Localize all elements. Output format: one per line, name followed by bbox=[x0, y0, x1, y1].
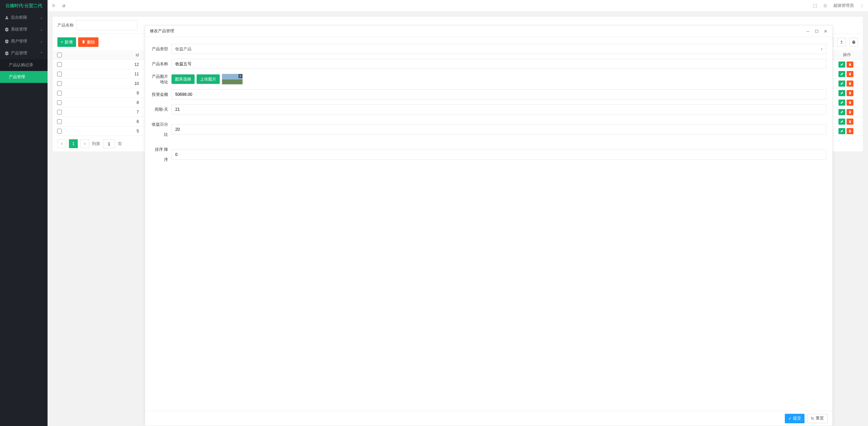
sidebar-label: 用户管理 bbox=[11, 38, 27, 44]
export-icon[interactable] bbox=[837, 38, 846, 47]
user-label[interactable]: 超级管理员 bbox=[833, 3, 854, 8]
row-checkbox[interactable] bbox=[57, 100, 62, 105]
row-delete-button[interactable] bbox=[847, 90, 853, 96]
sidebar-label: 产品管理 bbox=[9, 74, 25, 80]
pager-goto-label: 到第 bbox=[92, 141, 100, 147]
field-name-input[interactable] bbox=[171, 59, 826, 69]
reset-button[interactable]: ↻重置 bbox=[807, 414, 828, 423]
select-all-checkbox[interactable] bbox=[57, 53, 62, 57]
edit-button[interactable] bbox=[838, 109, 845, 115]
row-delete-button[interactable] bbox=[847, 81, 853, 87]
header-bar: 超级管理员 bbox=[48, 0, 868, 12]
pager-prev[interactable]: ‹ bbox=[57, 139, 66, 148]
svg-point-2 bbox=[862, 5, 862, 6]
delete-button[interactable]: 删除 bbox=[78, 37, 98, 47]
sidebar-item-users[interactable]: 用户管理 ⌄ bbox=[0, 35, 48, 47]
pager-next[interactable]: › bbox=[80, 139, 89, 148]
col-ops-header: 操作 bbox=[831, 52, 863, 58]
cell-id: 8 bbox=[66, 100, 143, 105]
cell-id: 11 bbox=[66, 72, 143, 76]
row-checkbox[interactable] bbox=[57, 62, 62, 67]
sidebar-item-products[interactable]: 产品管理 ⌃ bbox=[0, 47, 48, 59]
chevron-down-icon: ⌄ bbox=[40, 16, 43, 19]
cell-id: 5 bbox=[66, 129, 143, 134]
chevron-down-icon: ⌄ bbox=[40, 39, 43, 43]
add-button[interactable]: +新增 bbox=[57, 37, 76, 47]
sidebar-item-system[interactable]: 系统管理 ⌄ bbox=[0, 23, 48, 35]
edit-button[interactable] bbox=[838, 119, 845, 125]
theme-icon[interactable] bbox=[823, 4, 827, 8]
close-icon[interactable] bbox=[824, 29, 828, 33]
field-cycle-label: 周期-天 bbox=[151, 104, 171, 114]
cell-id: 6 bbox=[66, 119, 143, 124]
row-checkbox[interactable] bbox=[57, 91, 62, 95]
sidebar-item-subscribe[interactable]: 产品认购记录 bbox=[0, 59, 48, 71]
menu-toggle-icon[interactable] bbox=[52, 4, 56, 8]
refresh-icon[interactable] bbox=[62, 4, 66, 8]
svg-point-1 bbox=[862, 4, 862, 5]
pager-page-1[interactable]: 1 bbox=[69, 139, 78, 148]
edit-button[interactable] bbox=[838, 61, 845, 68]
sidebar-label: 产品管理 bbox=[11, 50, 27, 56]
svg-point-3 bbox=[862, 7, 862, 7]
cell-id: 7 bbox=[66, 110, 143, 114]
gear-icon bbox=[5, 39, 9, 43]
sidebar: 云德时代-云贸二代 后台权限 ⌄ 系统管理 ⌄ 用户管理 ⌄ 产品管理 ⌃ bbox=[0, 0, 48, 426]
chevron-down-icon: ⌄ bbox=[40, 28, 43, 31]
row-delete-button[interactable] bbox=[847, 119, 853, 125]
field-pct-label: 收益百分比 bbox=[151, 119, 171, 140]
field-pct-input[interactable] bbox=[171, 124, 826, 135]
field-type-label: 产品类型 bbox=[151, 44, 171, 54]
sidebar-item-perms[interactable]: 后台权限 ⌄ bbox=[0, 12, 48, 23]
user-icon bbox=[5, 16, 9, 20]
row-delete-button[interactable] bbox=[847, 71, 853, 77]
search-input[interactable] bbox=[76, 20, 138, 30]
svg-point-0 bbox=[824, 4, 827, 7]
sidebar-label: 后台权限 bbox=[11, 15, 27, 20]
plus-icon: + bbox=[61, 40, 63, 45]
row-delete-button[interactable] bbox=[847, 61, 853, 68]
edit-button[interactable] bbox=[838, 90, 845, 96]
field-sort-label: 排序 降序 bbox=[151, 144, 171, 165]
field-amount-label: 投资金额 bbox=[151, 89, 171, 100]
more-icon[interactable] bbox=[860, 4, 864, 8]
remove-image-icon[interactable]: × bbox=[238, 74, 242, 78]
print-icon[interactable] bbox=[849, 38, 858, 47]
field-sort-input[interactable] bbox=[171, 149, 826, 160]
gallery-button[interactable]: 图库选择 bbox=[171, 74, 195, 84]
row-checkbox[interactable] bbox=[57, 119, 62, 124]
edit-button[interactable] bbox=[838, 128, 845, 134]
upload-button[interactable]: 上传图片 bbox=[197, 74, 220, 84]
gear-icon bbox=[5, 28, 9, 32]
maximize-icon[interactable] bbox=[815, 29, 819, 33]
row-delete-button[interactable] bbox=[847, 100, 853, 106]
sidebar-label: 产品认购记录 bbox=[9, 62, 33, 68]
row-delete-button[interactable] bbox=[847, 128, 853, 134]
edit-button[interactable] bbox=[838, 71, 845, 77]
field-name-label: 产品名称 bbox=[151, 59, 171, 69]
fullscreen-icon[interactable] bbox=[813, 4, 817, 8]
caret-down-icon: ▾ bbox=[821, 47, 822, 51]
gear-icon bbox=[5, 51, 9, 55]
modal-title: 修改产品管理 bbox=[150, 28, 174, 34]
brand-logo: 云德时代-云贸二代 bbox=[0, 0, 48, 12]
sidebar-label: 系统管理 bbox=[11, 26, 27, 32]
row-checkbox[interactable] bbox=[57, 81, 62, 86]
cell-id: 12 bbox=[66, 62, 143, 67]
pager-page-suffix: 页 bbox=[118, 141, 122, 147]
minimize-icon[interactable] bbox=[806, 29, 810, 33]
field-img-label: 产品图片地址 bbox=[151, 74, 171, 85]
submit-button[interactable]: ✓提交 bbox=[785, 414, 804, 423]
edit-button[interactable] bbox=[838, 100, 845, 106]
row-checkbox[interactable] bbox=[57, 129, 62, 134]
pager-goto-input[interactable] bbox=[103, 139, 115, 148]
field-type-select[interactable]: 收益产品 ▾ bbox=[171, 44, 826, 54]
row-checkbox[interactable] bbox=[57, 72, 62, 76]
reset-icon: ↻ bbox=[811, 416, 814, 421]
row-checkbox[interactable] bbox=[57, 110, 62, 114]
field-amount-input[interactable] bbox=[171, 89, 826, 100]
row-delete-button[interactable] bbox=[847, 109, 853, 115]
sidebar-item-product-manage[interactable]: 产品管理 bbox=[0, 71, 48, 83]
edit-button[interactable] bbox=[838, 81, 845, 87]
field-cycle-input[interactable] bbox=[171, 104, 826, 114]
